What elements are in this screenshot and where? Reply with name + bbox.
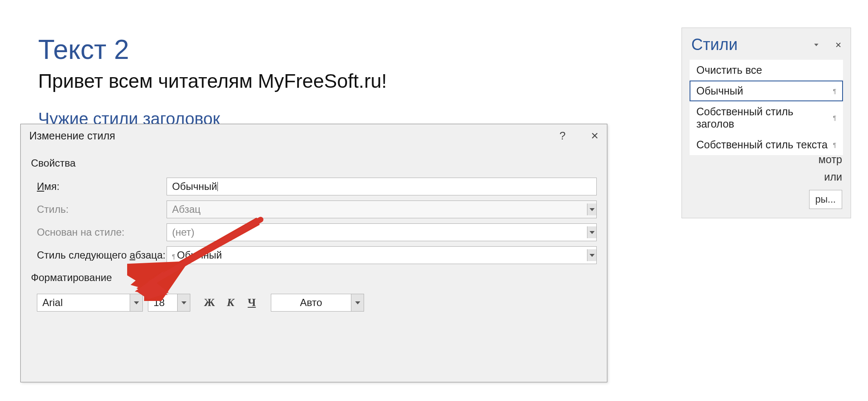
document-content: Текст 2 Привет всем читателям MyFreeSoft… — [38, 34, 462, 128]
chevron-down-icon[interactable] — [587, 249, 596, 261]
style-item-normal[interactable]: Обычный ¶ — [690, 81, 843, 101]
font-value: Arial — [37, 297, 130, 309]
doc-body-text: Привет всем читателям MyFreeSoft.ru! — [38, 70, 462, 92]
based-on-value: (нет) — [172, 226, 195, 238]
text-cursor — [217, 182, 218, 191]
style-item-custom-heading[interactable]: Собственный стиль заголов ¶ — [690, 101, 843, 134]
preview-link-fragment[interactable]: мотр — [690, 151, 842, 168]
section-formatting: Форматирование — [31, 267, 597, 290]
font-color-select[interactable]: Авто — [271, 294, 364, 312]
close-button[interactable]: × — [591, 128, 598, 143]
styles-pane-header: Стили × — [682, 28, 851, 60]
style-type-label: Стиль: — [31, 203, 167, 215]
options-button[interactable]: ры... — [809, 190, 843, 209]
dialog-title: Изменение стиля — [29, 130, 115, 142]
next-style-value: Обычный — [177, 249, 222, 261]
pilcrow-icon: ¶ — [833, 142, 836, 148]
help-button[interactable]: ? — [559, 129, 565, 142]
styles-pane-footer: мотр или ры... — [682, 151, 851, 218]
style-item-clear-all[interactable]: Очистить все — [690, 60, 843, 81]
chevron-down-icon[interactable] — [130, 294, 142, 311]
modify-style-dialog: Изменение стиля ? × Свойства Имя: Обычны… — [20, 124, 607, 382]
chevron-down-icon — [587, 203, 596, 215]
style-type-select: Абзац — [167, 200, 597, 218]
based-on-select[interactable]: (нет) — [167, 223, 597, 241]
name-value: Обычный — [172, 181, 217, 192]
name-label: Имя: — [31, 181, 167, 192]
chevron-down-icon[interactable] — [351, 294, 364, 311]
style-item-label: Очистить все — [696, 64, 762, 76]
style-item-label: Обычный — [696, 85, 743, 97]
next-style-select[interactable]: ¶Обычный — [167, 246, 597, 264]
font-color-value: Авто — [271, 297, 351, 309]
pilcrow-icon: ¶ — [172, 253, 175, 260]
close-icon[interactable]: × — [835, 39, 841, 51]
underline-button[interactable]: Ч — [245, 296, 258, 309]
pilcrow-icon: ¶ — [833, 88, 836, 95]
font-size-value: 18 — [148, 297, 177, 309]
style-item-label: Собственный стиль заголов — [696, 106, 833, 130]
styles-pane-title: Стили — [691, 36, 737, 54]
bold-button[interactable]: Ж — [203, 296, 216, 309]
doc-heading: Текст 2 — [38, 34, 462, 65]
font-select[interactable]: Arial — [37, 294, 143, 312]
pane-options-icon[interactable] — [814, 44, 818, 46]
formatting-toolbar: Arial 18 Ж К Ч Авто — [31, 290, 597, 312]
italic-button[interactable]: К — [224, 296, 237, 309]
name-input[interactable]: Обычный — [167, 178, 597, 195]
linked-link-fragment[interactable]: или — [690, 168, 842, 186]
styles-list: Очистить все Обычный ¶ Собственный стиль… — [690, 60, 843, 155]
chevron-down-icon[interactable] — [587, 226, 596, 238]
next-style-label: Стиль следующего абзаца: — [31, 249, 167, 261]
style-type-value: Абзац — [172, 203, 200, 215]
pilcrow-icon: ¶ — [833, 114, 836, 121]
chevron-down-icon[interactable] — [177, 294, 190, 311]
based-on-label: Основан на стиле: — [31, 226, 167, 238]
section-properties: Свойства — [31, 152, 597, 175]
font-size-select[interactable]: 18 — [148, 294, 190, 312]
styles-pane: Стили × Очистить все Обычный ¶ Собственн… — [682, 28, 851, 218]
style-item-label: Собственный стиль текста — [696, 139, 828, 151]
dialog-titlebar: Изменение стиля ? × — [21, 124, 607, 147]
